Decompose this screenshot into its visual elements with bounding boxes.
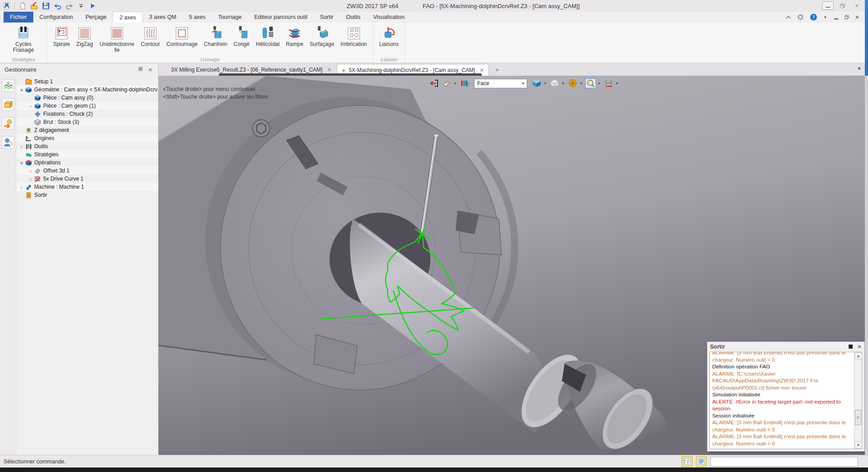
filter-icon[interactable] bbox=[459, 78, 470, 88]
section-view-icon[interactable] bbox=[567, 78, 578, 88]
tree-row-outils[interactable]: › Outils bbox=[16, 142, 158, 150]
tree-row-strategies[interactable]: Stratégies bbox=[16, 150, 158, 159]
menu-item-configuration[interactable]: Configuration bbox=[33, 12, 79, 23]
ribbon-tool-conge[interactable]: Congé bbox=[231, 24, 253, 48]
ribbon-tool-helicoidal[interactable]: Hélicoïdal bbox=[253, 24, 283, 48]
zoom-region-icon[interactable] bbox=[585, 78, 596, 88]
menu-item-tournage[interactable]: Tournage bbox=[212, 12, 248, 23]
menu-item-5-axes[interactable]: 5 axes bbox=[183, 12, 212, 23]
output-close-icon[interactable]: ✕ bbox=[857, 344, 862, 350]
new-file-icon[interactable] bbox=[18, 1, 27, 10]
wireframe-display-icon[interactable] bbox=[549, 78, 560, 88]
zoom-dropdown-icon[interactable]: ▼ bbox=[597, 82, 601, 86]
exit-icon[interactable] bbox=[429, 78, 440, 88]
command-input[interactable] bbox=[710, 457, 858, 467]
tree-row-machine-machine-1[interactable]: › Machine : Machine 1 bbox=[16, 183, 158, 191]
menu-item-2-axes[interactable]: 2 axes bbox=[113, 12, 143, 23]
render-icon[interactable] bbox=[2, 117, 14, 130]
zw3d-logo-icon[interactable] bbox=[2, 1, 12, 10]
ribbon-tool-spirale[interactable]: Spirale bbox=[50, 24, 73, 48]
tree-row-origines[interactable]: Origines bbox=[16, 134, 158, 142]
doc-restore-button[interactable] bbox=[845, 15, 849, 19]
tree-expand-icon[interactable]: › bbox=[18, 143, 25, 150]
redo-icon[interactable] bbox=[64, 1, 74, 10]
customize-dropdown-icon[interactable] bbox=[76, 1, 86, 10]
tree-row-sortir[interactable]: Sortir bbox=[16, 191, 158, 199]
tab-list-chevron-icon[interactable]: ▼ bbox=[857, 66, 862, 71]
eraser-dropdown-icon[interactable]: ▼ bbox=[453, 82, 457, 86]
open-file-icon[interactable] bbox=[29, 1, 39, 10]
ribbon-tool-imbrication[interactable]: Imbrication bbox=[337, 24, 370, 48]
ribbon-tool-contournage[interactable]: Contournage bbox=[163, 24, 200, 48]
doc-close-button[interactable]: × bbox=[855, 14, 859, 21]
user-icon[interactable] bbox=[2, 136, 14, 149]
ribbon-tool-cycles-fraisage[interactable]: Cycles Fraisage bbox=[3, 24, 44, 54]
wireframe-dropdown-icon[interactable]: ▼ bbox=[561, 82, 565, 86]
pick-filter-select[interactable]: Face ▼ bbox=[474, 79, 527, 88]
tree-row-setup-1[interactable]: Setup 1 bbox=[16, 77, 158, 86]
scroll-up-icon[interactable]: ▲ bbox=[854, 352, 862, 359]
ribbon-tool-contour[interactable]: Contour bbox=[138, 24, 163, 48]
ribbon-tool-zigzag[interactable]: ZigZag bbox=[73, 24, 96, 48]
play-icon[interactable] bbox=[88, 1, 98, 10]
ribbon-tool-liaisons[interactable]: Liaisons bbox=[376, 24, 402, 48]
tree-row-5x-drive-curve-1[interactable]: › 5x Drive Curve 1 bbox=[16, 175, 158, 183]
ribbon-tool-surfacage[interactable]: Surfaçage bbox=[307, 24, 338, 48]
menu-item-sortir[interactable]: Sortir bbox=[314, 12, 340, 23]
restore-button[interactable] bbox=[836, 1, 848, 10]
section-dropdown-icon[interactable]: ▼ bbox=[579, 82, 583, 86]
menu-item-fichier[interactable]: Fichier bbox=[4, 12, 33, 23]
tree-row-fixations-chuck-2[interactable]: Fixations : Chuck (2) bbox=[16, 110, 158, 118]
collapse-ribbon-icon[interactable] bbox=[786, 15, 791, 19]
tab-close-icon[interactable]: ✕ bbox=[479, 67, 484, 73]
measure-icon[interactable] bbox=[603, 78, 614, 88]
tree-expand-icon[interactable]: › bbox=[27, 103, 34, 109]
output-panel-header[interactable]: Sortir ✕ bbox=[707, 342, 864, 351]
minimize-button[interactable] bbox=[822, 1, 834, 10]
tree-row-offset-3d-1[interactable]: › Offset 3d 1 bbox=[16, 167, 158, 175]
menu-item-outils[interactable]: Outils bbox=[340, 12, 367, 23]
shaded-display-icon[interactable] bbox=[531, 78, 542, 88]
tree-row-z-degagement[interactable]: Z dégagement bbox=[16, 126, 158, 134]
prompt-toggle-icon[interactable]: T bbox=[682, 456, 692, 467]
ribbon-tool-rampe[interactable]: Rampe bbox=[283, 24, 307, 48]
menu-item-percage[interactable]: Perçage bbox=[79, 12, 113, 23]
doc-minimize-button[interactable] bbox=[834, 15, 838, 19]
tree-expand-icon[interactable]: › bbox=[27, 168, 34, 174]
tree-row-geometrie-cam-assy-5x-machining-dolphindcrv[interactable]: ∨ Géométrie : Cam assy < 5X-Machining-do… bbox=[16, 86, 158, 94]
measure-dropdown-icon[interactable]: ▼ bbox=[615, 82, 619, 86]
toolpath-icon[interactable] bbox=[2, 79, 14, 92]
tree-row-piece-cam-assy-0[interactable]: Pièce : Cam assy (0) bbox=[16, 94, 158, 102]
help-icon[interactable]: ? bbox=[810, 14, 817, 21]
tree-expand-icon[interactable]: › bbox=[18, 184, 25, 191]
new-tab-button[interactable]: + bbox=[490, 64, 504, 76]
close-button[interactable]: × bbox=[851, 1, 863, 10]
undo-icon[interactable] bbox=[53, 1, 63, 10]
ribbon-tool-unidirectionnelle[interactable]: Unidiréctionnelle bbox=[96, 24, 138, 54]
viewport[interactable]: <Touche droite> pour menu contextuel <Sh… bbox=[158, 76, 868, 455]
output-toggle-icon[interactable] bbox=[696, 456, 707, 467]
menu-item-3-axes-qm[interactable]: 3 axes QM bbox=[143, 12, 182, 23]
eraser-icon[interactable] bbox=[441, 78, 452, 88]
ribbon-tool-chanfrein[interactable]: Chanfrein bbox=[201, 24, 231, 48]
menu-item-visualisation[interactable]: Visualisation bbox=[367, 12, 411, 23]
shaded-dropdown-icon[interactable]: ▼ bbox=[543, 82, 547, 86]
stock-box-icon[interactable] bbox=[2, 98, 14, 111]
tree-expand-icon[interactable]: ∨ bbox=[18, 160, 25, 165]
tree-expand-icon[interactable]: ∨ bbox=[18, 87, 25, 92]
save-icon[interactable] bbox=[41, 1, 51, 10]
panel-close-icon[interactable]: ✕ bbox=[148, 67, 153, 73]
settings-gear-icon[interactable] bbox=[797, 14, 804, 20]
tab-close-icon[interactable]: ✕ bbox=[327, 67, 331, 73]
output-scrollbar[interactable]: ▲ ▼ bbox=[854, 352, 862, 449]
help-dropdown-icon[interactable]: ▼ bbox=[823, 15, 827, 19]
tree-row-operations[interactable]: ∨ Opérations bbox=[16, 159, 158, 167]
panel-float-icon[interactable] bbox=[138, 67, 143, 73]
scroll-thumb[interactable] bbox=[855, 410, 861, 425]
tree-expand-icon[interactable]: › bbox=[27, 176, 34, 182]
scroll-down-icon[interactable]: ▼ bbox=[854, 441, 862, 449]
output-stop-icon[interactable] bbox=[849, 345, 853, 349]
tree-row-brut-stock-3[interactable]: Brut : Stock (3) bbox=[16, 118, 158, 126]
menu-item-editeur-parcours-outil[interactable]: Editeur parcours outil bbox=[248, 12, 314, 23]
tree-row-piece-cam-geom-1[interactable]: › Pièce : Cam geom (1) bbox=[16, 102, 158, 110]
